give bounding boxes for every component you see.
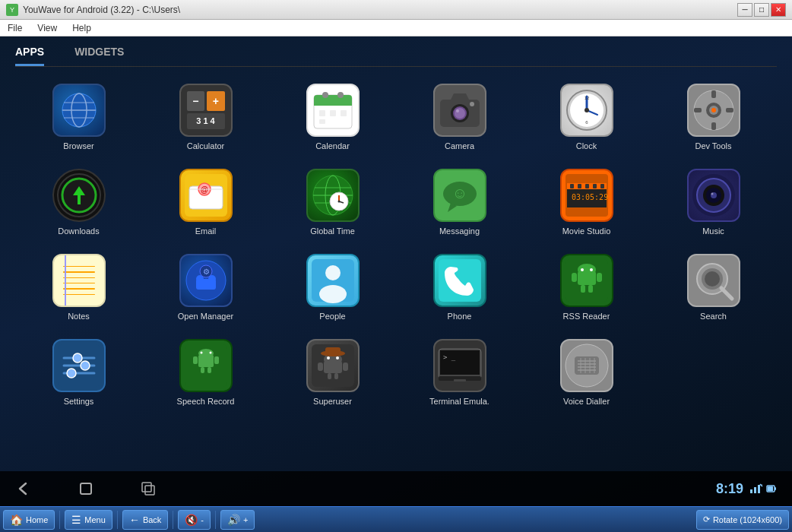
svg-point-97 [73,353,82,363]
app-downloads[interactable]: Downloads [15,160,142,245]
taskbar-volume-button[interactable]: 🔊 + [220,510,255,530]
svg-rect-10 [319,110,325,116]
tab-widgets[interactable]: WIDGETS [74,46,124,66]
movie-icon: 03:05:29 [560,169,613,222]
close-button[interactable]: ✕ [771,3,786,17]
app-calculator[interactable]: − + 3 1 4 Calculator [142,74,269,160]
svg-point-101 [67,369,76,378]
home-nav-button[interactable] [78,480,94,497]
app-terminal[interactable]: > _ Terminal Emula. [396,330,523,415]
svg-rect-34 [726,108,733,112]
status-icons [749,483,777,494]
rotate-button[interactable]: ⟳ Rotate (1024x600) [696,510,789,530]
menu-view[interactable]: View [34,21,60,35]
minimize-button[interactable]: ─ [737,3,752,17]
svg-rect-137 [81,483,91,494]
app-people[interactable]: People [269,245,396,330]
svg-rect-7 [314,101,352,106]
app-messaging[interactable]: ☺ Messaging [396,160,523,245]
app-music[interactable]: Music [650,160,777,245]
email-icon: @ [179,169,233,222]
superuser-label: Superuser [313,397,352,406]
svg-point-35 [711,108,716,112]
titlebar: Y YouWave for Android (3.22) - C:\Users\… [0,0,792,20]
app-devtools[interactable]: Dev Tools [650,74,777,160]
svg-point-8 [322,92,328,98]
calculator-icon: − + 3 1 4 [179,84,233,137]
voicedialler-icon [560,339,613,392]
app-calendar[interactable]: Calendar [269,74,396,160]
svg-rect-13 [319,119,325,124]
svg-point-71 [711,193,713,195]
app-notes[interactable]: Notes [15,245,142,330]
svg-rect-141 [754,487,756,493]
app-browser[interactable]: Browser [15,74,142,160]
notes-icon [52,254,106,307]
app-openmanager[interactable]: ⚙ Open Manager [142,245,269,330]
taskbar-home-button[interactable]: 🏠 Home [3,510,55,530]
taskbar-right: ⟳ Rotate (1024x600) [696,510,789,530]
svg-point-20 [470,102,474,106]
back-label: Back [143,515,161,524]
mute-icon: 🔇 [185,514,198,526]
terminal-label: Terminal Emula. [429,397,489,406]
superuser-icon [306,339,360,392]
win-taskbar: 🏠 Home ☰ Menu ← Back 🔇 - 🔊 + ⟳ Rotate (1… [0,506,792,532]
voicedialler-label: Voice Dialler [563,397,610,406]
devtools-icon [687,84,740,137]
app-movie[interactable]: 03:05:29 Movie Studio [523,160,650,245]
app-superuser[interactable]: Superuser [269,330,396,415]
app-phone[interactable]: Phone [396,245,523,330]
app-rss[interactable]: RSS Reader [523,245,650,330]
svg-rect-113 [324,361,342,373]
svg-rect-128 [575,356,599,375]
svg-text:☺: ☺ [451,185,467,201]
app-camera[interactable]: Camera [396,74,523,160]
app-email[interactable]: @ Email [142,160,269,245]
search-icon [687,254,740,307]
svg-rect-115 [343,363,348,371]
svg-point-93 [705,271,720,287]
svg-text:⚙: ⚙ [202,268,209,276]
svg-rect-81 [439,259,481,302]
svg-rect-75 [196,279,216,290]
clock-icon: 6 12 [560,84,613,137]
tab-apps[interactable]: APPS [15,46,44,66]
svg-point-119 [336,356,339,359]
app-speechrecord[interactable]: Speech Record [142,330,269,415]
taskbar-mute-button[interactable]: 🔇 - [178,510,211,530]
app-voicedialler[interactable]: Voice Dialler [523,330,650,415]
app-settings[interactable]: Settings [15,330,142,415]
rss-label: RSS Reader [563,312,610,321]
menu-help[interactable]: Help [69,21,94,35]
svg-rect-121 [325,347,341,355]
mute-dash: - [201,515,204,524]
svg-rect-145 [768,486,773,491]
svg-rect-31 [711,90,716,98]
back-nav-button[interactable] [15,480,32,497]
maximize-button[interactable]: □ [754,3,769,17]
svg-point-79 [325,265,341,280]
android-nav: 8:19 [0,471,792,506]
svg-rect-61 [578,184,581,188]
svg-rect-105 [193,356,198,364]
svg-rect-107 [201,367,204,373]
app-clock[interactable]: 6 12 Clock [523,74,650,160]
svg-rect-63 [593,184,597,188]
status-bar: 8:19 [716,481,777,497]
taskbar-menu-button[interactable]: ☰ Menu [65,510,112,530]
separator-4 [215,511,216,529]
app-globaltime[interactable]: Global Time [269,160,396,245]
globaltime-icon [306,169,360,222]
volume-plus: + [243,515,248,524]
recents-nav-button[interactable] [140,480,157,497]
svg-line-94 [721,288,732,299]
app-search[interactable]: Search [650,245,777,330]
calculator-label: Calculator [187,141,225,150]
camera-label: Camera [445,141,474,150]
menu-file[interactable]: File [5,21,25,35]
svg-point-110 [209,352,211,354]
calendar-icon [306,84,360,137]
taskbar-back-button[interactable]: ← Back [122,510,168,530]
search-label: Search [700,312,727,321]
